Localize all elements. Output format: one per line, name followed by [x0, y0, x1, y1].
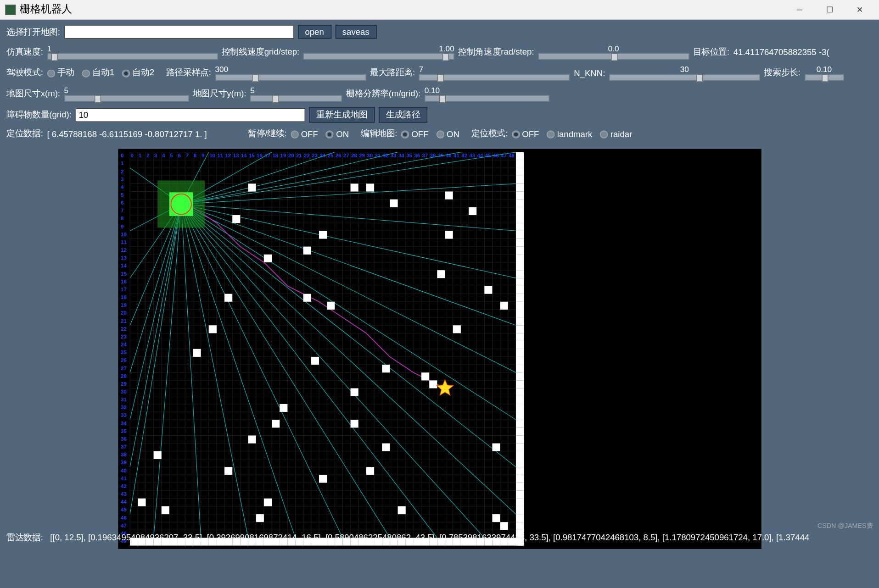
resolution-label: 栅格分辨率(m/grid): — [346, 88, 420, 100]
svg-text:0: 0 — [121, 153, 123, 158]
svg-text:38: 38 — [121, 452, 127, 457]
svg-text:47: 47 — [121, 523, 127, 528]
svg-rect-289 — [516, 207, 524, 215]
window-title: 栅格机器人 — [20, 3, 72, 17]
svg-text:13: 13 — [121, 255, 127, 261]
saveas-button[interactable]: saveas — [335, 25, 376, 39]
search-step-slider[interactable]: 0.10 — [805, 65, 844, 81]
svg-text:14: 14 — [121, 263, 127, 268]
map-path-input[interactable] — [64, 25, 294, 39]
svg-rect-257 — [280, 404, 287, 412]
svg-rect-333 — [516, 380, 524, 388]
svg-rect-250 — [453, 325, 461, 333]
svg-text:36: 36 — [414, 153, 420, 158]
svg-text:8: 8 — [121, 216, 124, 221]
svg-text:25: 25 — [121, 349, 127, 355]
mapy-slider[interactable]: 5 — [250, 86, 342, 101]
maxdist-slider[interactable]: 7 — [419, 65, 570, 81]
svg-text:2: 2 — [121, 169, 123, 174]
close-button[interactable]: ✕ — [845, 0, 874, 19]
svg-text:28: 28 — [351, 153, 357, 158]
svg-text:4: 4 — [162, 153, 165, 158]
svg-text:1: 1 — [139, 153, 142, 158]
svg-rect-375 — [169, 192, 193, 216]
svg-text:16: 16 — [257, 153, 263, 158]
svg-rect-285 — [516, 192, 524, 200]
grid-canvas[interactable]: 0011223344556677889910101111121213131414… — [118, 149, 761, 549]
radio-手动[interactable] — [47, 69, 55, 77]
loc-data-label: 定位数据: — [6, 128, 43, 140]
svg-text:20: 20 — [288, 153, 294, 158]
radio-自动2[interactable] — [122, 69, 130, 77]
radio-OFF[interactable] — [512, 131, 520, 139]
watermark: CSDN @JAMES费 — [817, 521, 873, 531]
svg-text:11: 11 — [217, 153, 223, 158]
svg-rect-243 — [437, 270, 445, 278]
radio-OFF[interactable] — [401, 131, 409, 139]
svg-rect-283 — [516, 183, 524, 191]
svg-rect-295 — [516, 231, 524, 239]
svg-text:7: 7 — [121, 208, 123, 213]
ctrl-lin-slider[interactable]: 1.00 — [303, 44, 454, 60]
radio-label-自动2: 自动2 — [132, 67, 154, 77]
editmap-radios: OFF ON — [401, 129, 467, 139]
svg-rect-279 — [516, 168, 524, 176]
radio-ON[interactable] — [326, 131, 334, 139]
radio-label-OFF: OFF — [411, 129, 428, 139]
samples-slider[interactable]: 300 — [215, 65, 366, 81]
svg-text:34: 34 — [398, 153, 404, 158]
radio-自动1[interactable] — [82, 69, 90, 77]
svg-text:21: 21 — [296, 153, 302, 158]
svg-text:10: 10 — [209, 153, 215, 158]
svg-text:44: 44 — [121, 499, 127, 505]
svg-text:41: 41 — [121, 476, 127, 481]
svg-text:42: 42 — [461, 153, 467, 158]
svg-rect-233 — [351, 183, 358, 191]
svg-rect-321 — [516, 333, 524, 341]
svg-rect-269 — [162, 506, 169, 514]
sim-speed-slider[interactable]: 1 — [47, 44, 218, 60]
obstacle-count-input[interactable] — [75, 108, 305, 122]
svg-text:43: 43 — [121, 491, 127, 497]
ctrl-ang-slider[interactable]: 0.0 — [538, 44, 689, 60]
nknn-slider[interactable]: 30 — [609, 65, 760, 81]
maximize-button[interactable]: ☐ — [815, 0, 844, 19]
svg-rect-273 — [500, 522, 508, 530]
svg-rect-345 — [516, 427, 524, 435]
svg-rect-365 — [516, 506, 524, 514]
svg-rect-235 — [445, 192, 453, 200]
svg-line-205 — [181, 204, 516, 325]
svg-rect-238 — [469, 207, 476, 215]
svg-rect-347 — [516, 436, 524, 444]
radio-landmark[interactable] — [547, 131, 555, 139]
radio-ON[interactable] — [437, 131, 444, 139]
svg-text:27: 27 — [343, 153, 349, 158]
svg-rect-240 — [445, 231, 453, 239]
svg-rect-305 — [516, 270, 524, 278]
gen-path-button[interactable]: 生成路径 — [379, 107, 427, 122]
radio-raidar[interactable] — [600, 131, 608, 139]
svg-text:30: 30 — [367, 153, 373, 158]
svg-text:24: 24 — [121, 342, 127, 347]
svg-rect-247 — [327, 302, 335, 310]
radio-OFF[interactable] — [291, 131, 298, 139]
open-button[interactable]: open — [298, 25, 331, 39]
svg-rect-241 — [303, 247, 311, 255]
mapx-slider[interactable]: 5 — [64, 86, 189, 101]
radio-label-ON: ON — [447, 129, 459, 139]
svg-text:19: 19 — [121, 302, 127, 308]
mapy-label: 地图尺寸y(m): — [193, 88, 246, 100]
svg-text:37: 37 — [422, 153, 428, 158]
svg-line-203 — [181, 204, 516, 231]
svg-text:15: 15 — [121, 271, 127, 277]
minimize-button[interactable]: ─ — [785, 0, 814, 19]
svg-text:46: 46 — [121, 515, 127, 521]
svg-text:5: 5 — [170, 153, 173, 158]
sim-speed-label: 仿真速度: — [6, 46, 43, 58]
svg-rect-237 — [390, 200, 398, 207]
resolution-slider[interactable]: 0.10 — [425, 86, 549, 101]
regen-map-button[interactable]: 重新生成地图 — [309, 107, 375, 122]
svg-text:8: 8 — [194, 153, 197, 158]
target-value: 41.411764705882355 -3( — [733, 47, 829, 56]
svg-text:13: 13 — [233, 153, 239, 158]
